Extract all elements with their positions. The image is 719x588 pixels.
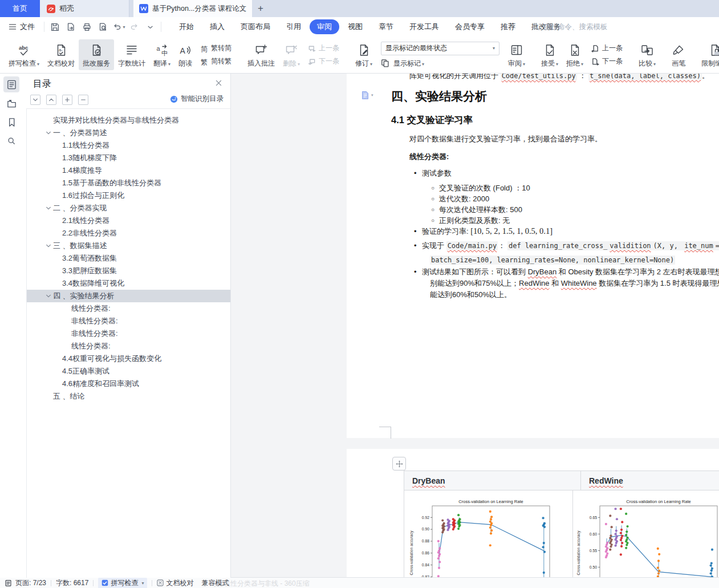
- tab-docer[interactable]: 稻壳: [40, 0, 129, 17]
- ribbon-button-spellcheck[interactable]: abc拼写检查▾: [5, 39, 43, 70]
- menu-tab-插入[interactable]: 插入: [202, 19, 232, 34]
- toc-item[interactable]: 3.3肥胖症数据集: [27, 265, 230, 277]
- menu-tab-引用[interactable]: 引用: [279, 19, 308, 34]
- view-mode-icon[interactable]: [5, 579, 12, 587]
- toc-tool-minus[interactable]: [78, 95, 88, 105]
- paragraph-style-icon[interactable]: ▾: [361, 91, 373, 100]
- ribbon-button-correction-service[interactable]: 批改服务: [79, 39, 114, 70]
- toc-item[interactable]: 实现并对比线性分类器与非线性分类器: [27, 114, 230, 127]
- rail-chapter-pane-icon[interactable]: [3, 95, 19, 111]
- ribbon-button-restrict-edit[interactable]: 限制编辑: [697, 39, 719, 70]
- menu-tab-视图[interactable]: 视图: [340, 19, 370, 34]
- ribbon-button-prev-change[interactable]: 上一条: [591, 43, 623, 53]
- ribbon-button-proofread[interactable]: a-文档校对: [43, 39, 79, 70]
- rail-bookmark-icon[interactable]: [3, 114, 19, 130]
- tab-home[interactable]: 首页: [0, 0, 40, 17]
- ribbon-button-compare[interactable]: 比较▾: [635, 39, 660, 70]
- ribbon-button-translate[interactable]: a中翻译▾: [149, 39, 174, 70]
- toc-item[interactable]: 非线性分类器:: [27, 327, 230, 340]
- toc-item[interactable]: 四 、实验结果分析: [27, 290, 230, 302]
- menu-tab-页面布局[interactable]: 页面布局: [233, 19, 278, 34]
- menu-tab-推荐[interactable]: 推荐: [493, 19, 523, 34]
- rail-outline-pane-icon[interactable]: [3, 76, 19, 92]
- ribbon-button-reviewers[interactable]: 审阅▾: [504, 39, 529, 70]
- toc-tool-plus[interactable]: [62, 95, 72, 105]
- preview-icon[interactable]: [96, 20, 109, 34]
- table-header-cell[interactable]: RedWine: [581, 471, 719, 490]
- ribbon-button-to-traditional[interactable]: 繁简转繁: [200, 56, 231, 66]
- smart-toc-button[interactable]: 智能识别目录: [170, 94, 224, 104]
- save-icon[interactable]: [48, 20, 62, 34]
- toc-item[interactable]: 一 、分类器简述: [27, 127, 230, 139]
- ribbon-button-read-aloud[interactable]: A朗读: [174, 39, 196, 70]
- document-page-8[interactable]: DryBean RedWine Cross-validation on Lear…: [347, 449, 719, 578]
- toc-item[interactable]: 4.5正确率测试: [27, 365, 230, 378]
- chevron-down-icon[interactable]: [44, 205, 53, 211]
- toc-item[interactable]: 五 、结论: [27, 390, 230, 403]
- toc-item[interactable]: 4.6精准度和召回率测试: [27, 378, 230, 390]
- menu-tab-会员专享[interactable]: 会员专享: [448, 19, 492, 34]
- collapse-icon[interactable]: [144, 20, 157, 34]
- toc-item[interactable]: 1.6过拟合与正则化: [27, 189, 230, 202]
- menu-tab-章节[interactable]: 章节: [371, 19, 401, 34]
- toc-item[interactable]: 1.3随机梯度下降: [27, 152, 230, 164]
- document-page-7[interactable]: ▾ 阵矩可视化的开关调用位于 Code/test_utils.py ： t_sn…: [347, 74, 719, 438]
- chevron-down-icon[interactable]: [44, 243, 53, 249]
- rail-search-icon[interactable]: [3, 133, 19, 149]
- table-cell-drybean-chart[interactable]: Cross-validation on Learning RateCross-v…: [404, 490, 573, 578]
- markup-state-select[interactable]: 显示标记的最终状态▾: [381, 42, 499, 55]
- toc-item[interactable]: 3.2葡萄酒数据集: [27, 252, 230, 265]
- ribbon-button-word-count[interactable]: 字数统计: [114, 39, 149, 70]
- toc-item[interactable]: 二 、分类器实现: [27, 202, 230, 214]
- ribbon-button-prev-comment[interactable]: 上一条: [308, 43, 339, 53]
- print-icon[interactable]: [80, 20, 94, 34]
- results-table[interactable]: DryBean RedWine Cross-validation on Lear…: [404, 471, 719, 578]
- toc-tool-chevron-up[interactable]: [46, 95, 56, 105]
- ribbon-button-ink-brush[interactable]: 画笔: [668, 39, 689, 70]
- proofread-toggle[interactable]: 文档校对: [157, 578, 193, 588]
- chevron-down-icon[interactable]: [44, 293, 53, 299]
- ribbon-button-track-changes[interactable]: 修订▾: [351, 39, 376, 70]
- toc-item[interactable]: 4.4权重可视化与损失函数变化: [27, 352, 230, 365]
- toc-item[interactable]: 线性分类器:: [27, 302, 230, 315]
- tab-document[interactable]: 基于Python...分类器 课程论文: [133, 0, 252, 17]
- file-menu-button[interactable]: 文件: [0, 22, 42, 32]
- toc-item[interactable]: 1.1线性分类器: [27, 139, 230, 152]
- chevron-down-icon[interactable]: [44, 130, 53, 136]
- toc-item[interactable]: 非线性分类器:: [27, 315, 230, 327]
- close-icon[interactable]: [215, 79, 222, 87]
- paragraph-doc-icon: [361, 91, 369, 100]
- spellcheck-toggle[interactable]: 拼写检查 ▾: [98, 578, 147, 588]
- toc-item[interactable]: 三 、数据集描述: [27, 240, 230, 252]
- toc-item[interactable]: 2.2非线性分类器: [27, 227, 230, 240]
- toc-item[interactable]: 3.4数据降维可视化: [27, 277, 230, 290]
- menu-tab-开发工具[interactable]: 开发工具: [402, 19, 446, 34]
- redo-icon[interactable]: [128, 20, 141, 34]
- menu-tab-开始[interactable]: 开始: [172, 19, 201, 34]
- export-icon[interactable]: [64, 20, 78, 34]
- ribbon-button-to-simplified[interactable]: 简繁转简: [200, 43, 231, 53]
- command-search[interactable]: 查找命令、搜索模板: [532, 17, 608, 37]
- table-header-cell[interactable]: DryBean: [404, 471, 581, 490]
- ribbon-button-next-change[interactable]: 下一条: [591, 56, 623, 66]
- table-cell-redwine-chart[interactable]: Cross-validation on Learning RateCross-v…: [573, 490, 719, 578]
- toc-item[interactable]: 1.5基于基函数的非线性分类器: [27, 177, 230, 189]
- ribbon-button-insert-comment[interactable]: 插入批注: [243, 39, 279, 70]
- toc-item[interactable]: 线性分类器:: [27, 340, 230, 352]
- ribbon-button-next-comment[interactable]: 下一条: [308, 56, 339, 66]
- button-label: 显示标记▾: [393, 59, 424, 68]
- undo-icon[interactable]: ▾: [112, 20, 125, 34]
- doc-line-contc: batch_size=100, learning_rates=None, non…: [430, 256, 719, 265]
- toc-item[interactable]: 2.1线性分类器: [27, 214, 230, 227]
- ribbon-button-delete-comment[interactable]: 删除▾: [279, 39, 304, 70]
- ribbon-button-reject-change[interactable]: 拒绝▾: [562, 39, 587, 70]
- toc-tool-chevron-down[interactable]: [30, 95, 40, 105]
- toc-item[interactable]: 1.4梯度推导: [27, 164, 230, 177]
- show-markup-button[interactable]: 显示标记▾: [381, 59, 499, 68]
- menu-tab-审阅[interactable]: 审阅: [310, 19, 339, 34]
- document-canvas[interactable]: ▾ 阵矩可视化的开关调用位于 Code/test_utils.py ： t_sn…: [230, 74, 719, 578]
- doc-line-li2: ○每次迭代处理样本数: 500: [439, 205, 719, 216]
- table-move-handle[interactable]: [392, 457, 406, 471]
- ribbon-button-accept-change[interactable]: 接受▾: [537, 39, 562, 70]
- new-tab-button[interactable]: +: [252, 0, 269, 17]
